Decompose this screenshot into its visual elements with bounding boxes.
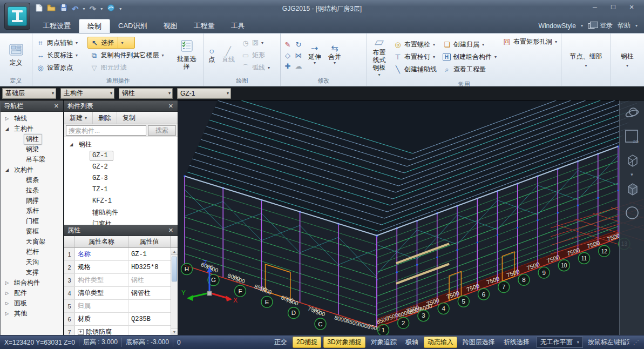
nodes-details-button[interactable]: 节点、细部 ▾ [561, 33, 611, 86]
redo-icon[interactable]: ↷ [90, 5, 97, 13]
scroll-down-arrow[interactable]: ▼ [171, 328, 178, 335]
create-composite-button[interactable]: H 创建组合构件▾ [440, 51, 499, 63]
property-row[interactable]: 7 + 除锈防腐 [64, 326, 171, 335]
rectangle-button[interactable]: ▭ 矩形 [239, 50, 272, 61]
tree-toggle-icon[interactable]: ▷ [4, 280, 10, 285]
switch-windows-icon[interactable] [588, 23, 595, 29]
delete-component-button[interactable]: 删除 [93, 112, 117, 124]
property-value-cell[interactable] [128, 326, 171, 335]
property-value-cell[interactable] [128, 300, 171, 312]
place-stud-button[interactable]: ⊤ 布置栓钉▾ [391, 51, 439, 63]
define-button[interactable]: 定义 [6, 42, 26, 69]
place-rect-hole-button[interactable]: 回 布置矩形孔洞▾ [500, 36, 559, 48]
circle-button[interactable]: ◷ 圆▾ [239, 37, 272, 49]
rotate-icon[interactable]: ↻ [296, 41, 302, 48]
create-aux-line-button[interactable]: ╲ 创建辅助线 [391, 64, 439, 75]
properties-panel-close-icon[interactable]: ✕ [167, 227, 174, 234]
new-component-button[interactable]: 新建▾ [64, 112, 93, 124]
nav-tree-item[interactable]: 天沟 [1, 257, 63, 267]
search-button[interactable]: 搜索 [148, 125, 176, 136]
tree-toggle-icon[interactable]: ◢ [4, 126, 10, 131]
nav-tree-item[interactable]: 拉条 [1, 185, 63, 196]
component-tree-item[interactable]: GZ-1 [64, 150, 178, 162]
property-row[interactable]: 5 + 归属 [64, 300, 171, 313]
set-origin-button[interactable]: ◎ 设置原点 [34, 62, 86, 73]
scroll-up-arrow[interactable]: ▲ [171, 248, 178, 255]
status-toggle[interactable]: 跨图层选择 [459, 337, 498, 347]
3d-viewport[interactable]: 7500750075007500750075007500750075007500… [178, 100, 644, 335]
component-tree-item[interactable]: GZ-2 [64, 162, 178, 173]
tree-toggle-icon[interactable]: ◢ [69, 142, 74, 147]
qat-customize-caret[interactable]: ▾ [119, 6, 121, 11]
view-3d-wireframe-button[interactable] [622, 151, 642, 170]
straight-line-button[interactable]: ╱ 直线 [219, 46, 238, 64]
viewport-canvas[interactable]: 7500750075007500750075007500750075007500… [178, 100, 644, 335]
undo-dropdown-caret[interactable]: ▾ [83, 6, 85, 11]
save-icon[interactable] [60, 4, 67, 14]
batch-select-button[interactable]: 批量选择 [172, 38, 202, 72]
view-3d-solid-button[interactable] [622, 179, 642, 199]
property-value-cell[interactable]: HD325*8 [128, 261, 171, 273]
tree-toggle-icon[interactable]: ◢ [4, 167, 10, 172]
copy-to-other-floors-button[interactable]: ⧉ 复制构件到其它楼层▾ [87, 50, 170, 61]
workplane-selector[interactable]: 无工作平面▾ [537, 337, 583, 348]
nav-tree-item[interactable]: ▷ 组合构件 [1, 278, 63, 288]
property-value-cell[interactable]: 钢柱 [128, 274, 171, 286]
minimize-button[interactable]: ─ [587, 2, 603, 12]
properties-scrollbar[interactable]: ▲ ▼ [171, 248, 178, 335]
ribbon-tab[interactable]: 工具 [222, 19, 253, 33]
property-value-cell[interactable]: GZ-1 [128, 248, 171, 260]
undo-icon[interactable]: ↶ [72, 5, 79, 13]
window-style-menu[interactable]: WindowStyle [539, 22, 576, 30]
property-row[interactable]: 2 + 规格 HD325*8 [64, 261, 171, 274]
nav-tree-item[interactable]: 钢梁 [1, 144, 63, 155]
property-row[interactable]: 1 + 名称 GZ-1 [64, 248, 171, 261]
resize-grip[interactable]: ⋰ [633, 339, 640, 346]
select-dropdown-caret[interactable]: ▾ [121, 41, 123, 45]
close-button[interactable]: ✕ [623, 2, 640, 12]
tree-toggle-icon[interactable]: ▷ [4, 311, 10, 316]
property-row[interactable]: 3 + 构件类型 钢柱 [64, 274, 171, 287]
tree-toggle-icon[interactable]: ▷ [4, 301, 10, 306]
format-brush-icon[interactable]: ✎ [285, 41, 291, 48]
application-menu-button[interactable] [4, 3, 30, 30]
status-toggle[interactable]: 对象追踪 [368, 337, 400, 347]
property-value-cell[interactable]: 钢管柱 [128, 287, 171, 299]
window-style-caret[interactable]: ▾ [581, 23, 583, 28]
extend-button[interactable]: ⇢ 延伸 ▾ [306, 43, 324, 67]
status-toggle[interactable]: 2D捕捉 [293, 337, 321, 348]
category-selector[interactable]: 主构件▾ [60, 88, 114, 99]
nav-tree-item[interactable]: ◢ 次构件 [1, 165, 63, 175]
property-value-cell[interactable]: Q235B [128, 313, 171, 325]
nav-tree-item[interactable]: 吊车梁 [1, 155, 63, 165]
style-brush-icon[interactable] [107, 4, 115, 14]
element-filter-button[interactable]: ▽ 图元过滤 [87, 62, 170, 73]
help-menu[interactable]: 帮助 [618, 21, 631, 30]
tree-toggle-icon[interactable]: ▷ [4, 116, 10, 121]
nav-tree-item[interactable]: ▷ 配件 [1, 288, 63, 298]
property-row[interactable]: 6 + 材质 Q235B [64, 313, 171, 326]
status-toggle[interactable]: 极轴 [402, 337, 422, 347]
floor-selector[interactable]: 基础层▾ [2, 88, 56, 99]
nav-tree-item[interactable]: ▷ 轴线 [1, 113, 63, 124]
status-toggle[interactable]: 3D对象捕捉 [323, 337, 365, 348]
nav-tree-item[interactable]: 檩条 [1, 175, 63, 185]
select-button[interactable]: ↖ 选择 ▾ [87, 37, 135, 49]
nav-tree-item[interactable]: ▷ 面板 [1, 298, 63, 308]
component-tree-item[interactable]: GZ-3 [64, 173, 178, 184]
ribbon-tab[interactable]: 绘制 [79, 19, 110, 33]
nav-tree-item[interactable]: ◢ 主构件 [1, 124, 63, 134]
search-input[interactable] [66, 125, 146, 136]
copy-component-button[interactable]: 复制 [117, 112, 141, 124]
status-toggle[interactable]: 动态输入 [424, 337, 457, 348]
login-button[interactable]: 登录 [600, 21, 613, 30]
nav-tree-item[interactable]: 系杆 [1, 206, 63, 216]
nav-tree-item[interactable]: 钢柱 [1, 134, 63, 144]
length-dimension-button[interactable]: ↔ 长度标注▾ [34, 50, 86, 61]
two-point-aux-axis-button[interactable]: ⌗ 两点辅轴▾ [34, 37, 86, 49]
place-linear-plate-button[interactable]: ▱ 布置线式钢板 ▾ [369, 35, 390, 79]
component-tree-item[interactable]: KFZ-1 [64, 196, 178, 207]
nav-tree-item[interactable]: 栏杆 [1, 247, 63, 257]
component-tree-item[interactable]: 门窗柱 [64, 218, 178, 225]
merge-button[interactable]: ⇆ 合并 ▾ [326, 43, 344, 67]
